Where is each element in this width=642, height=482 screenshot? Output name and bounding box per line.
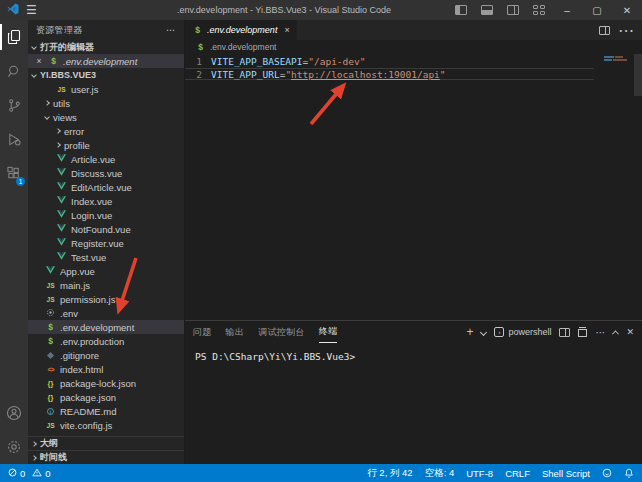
tree-folder-profile[interactable]: profile: [28, 138, 184, 152]
indentation-setting[interactable]: 空格: 4: [425, 467, 455, 480]
tree-folder-views[interactable]: views: [28, 110, 184, 124]
explorer-more-icon[interactable]: ⋯: [166, 25, 176, 35]
js-file-icon: JS: [56, 85, 67, 94]
toggle-secondary-sidebar-icon[interactable]: [500, 0, 526, 20]
tree-item-article-vue[interactable]: Article.vue: [28, 152, 184, 166]
line-number: 1: [185, 56, 211, 68]
vue-file-icon: [56, 210, 67, 220]
js-file-icon: JS: [45, 281, 56, 290]
powershell-icon: ›: [494, 327, 504, 337]
open-editor-item-env-development[interactable]: × $ .env.development: [28, 54, 184, 68]
panel-header: 问题输出调试控制台终端 + › powershell ⋯ ✕: [185, 321, 642, 343]
terminal-shell-select[interactable]: › powershell: [494, 327, 551, 337]
html-file-icon: <>: [45, 365, 56, 374]
tree-item-user-js[interactable]: JSuser.js: [28, 82, 184, 96]
shell-file-icon: $: [192, 26, 203, 35]
tree-item-package-json[interactable]: {}package.json: [28, 390, 184, 404]
notifications-bell-icon[interactable]: [624, 468, 634, 478]
tree-item-vite-config-js[interactable]: JSvite.config.js: [28, 418, 184, 432]
tree-item--env[interactable]: .env: [28, 306, 184, 320]
timeline-section-header[interactable]: 时间线: [28, 450, 184, 464]
tree-folder-error[interactable]: error: [28, 124, 184, 138]
vue-file-icon: [56, 224, 67, 234]
vscode-logo-icon: [7, 3, 19, 17]
tree-item--gitignore[interactable]: .gitignore: [28, 348, 184, 362]
settings-gear-icon[interactable]: [0, 430, 28, 464]
minimize-button[interactable]: –: [552, 0, 582, 20]
tree-item-index-html[interactable]: <>index.html: [28, 362, 184, 376]
cursor-position[interactable]: 行 2, 列 42: [367, 467, 412, 480]
readme-info-icon: i: [45, 407, 56, 416]
eol-setting[interactable]: CRLF: [505, 468, 530, 479]
toggle-panel-icon[interactable]: [474, 0, 500, 20]
account-icon[interactable]: [0, 396, 28, 430]
tree-item-test-vue[interactable]: Test.vue: [28, 250, 184, 264]
code-line-2: 2VITE_APP_URL="http://localhost:19001/ap…: [185, 68, 594, 80]
language-mode[interactable]: Shell Script: [542, 468, 590, 479]
shell-file-icon: $: [45, 323, 56, 332]
tree-item-index-vue[interactable]: Index.vue: [28, 194, 184, 208]
run-debug-icon[interactable]: [0, 122, 28, 156]
tab-bar: $ .env.development × ⋯: [185, 20, 642, 40]
code-editor[interactable]: 1VITE_APP_BASEAPI="/api-dev"2VITE_APP_UR…: [185, 54, 642, 320]
customize-layout-icon[interactable]: [526, 0, 552, 20]
explorer-icon[interactable]: [0, 20, 28, 54]
panel-tab-item[interactable]: 输出: [226, 321, 245, 343]
vue-file-icon: [56, 196, 67, 206]
js-file-icon: JS: [45, 421, 56, 430]
close-panel-icon[interactable]: ✕: [626, 327, 634, 337]
source-control-icon[interactable]: [0, 88, 28, 122]
editor-scrollbar[interactable]: [634, 54, 642, 96]
kill-terminal-icon[interactable]: [578, 327, 587, 337]
chevron-down-icon: [31, 44, 37, 50]
minimap[interactable]: [604, 56, 632, 62]
terminal-dropdown-icon[interactable]: [480, 328, 487, 335]
tab-env-development[interactable]: $ .env.development ×: [185, 20, 298, 40]
vscode-window: ☰ .env.development - Yi.BBS.Vue3 - Visua…: [0, 0, 642, 482]
panel-tab-terminal-active[interactable]: 终端: [319, 321, 338, 343]
panel-tab-item[interactable]: 调试控制台: [258, 321, 305, 343]
tree-item-discuss-vue[interactable]: Discuss.vue: [28, 166, 184, 180]
vue-file-icon: [56, 182, 67, 192]
tree-item-permission-js[interactable]: JSpermission.js: [28, 292, 184, 306]
tree-item-editarticle-vue[interactable]: EditArticle.vue: [28, 180, 184, 194]
tree-item--env-development[interactable]: $.env.development: [28, 320, 184, 334]
toggle-primary-sidebar-icon[interactable]: [448, 0, 474, 20]
tree-item-package-lock-json[interactable]: {}package-lock.json: [28, 376, 184, 390]
shell-file-icon: $: [45, 337, 56, 346]
tree-item-login-vue[interactable]: Login.vue: [28, 208, 184, 222]
tree-item-notfound-vue[interactable]: NotFound.vue: [28, 222, 184, 236]
split-terminal-icon[interactable]: [559, 328, 570, 337]
encoding-setting[interactable]: UTF-8: [466, 468, 493, 479]
extensions-icon[interactable]: 1: [0, 156, 28, 190]
tree-item--env-production[interactable]: $.env.production: [28, 334, 184, 348]
panel-more-icon[interactable]: ⋯: [595, 327, 605, 338]
feedback-icon[interactable]: [602, 468, 612, 478]
outline-section-header[interactable]: 大纲: [28, 436, 184, 450]
tree-item-app-vue[interactable]: App.vue: [28, 264, 184, 278]
open-editors-header[interactable]: 打开的编辑器: [28, 40, 184, 54]
tree-item-readme-md[interactable]: iREADME.md: [28, 404, 184, 418]
editor-more-icon[interactable]: ⋯: [618, 21, 634, 40]
tree-item-register-vue[interactable]: Register.vue: [28, 236, 184, 250]
menu-icon[interactable]: ☰: [26, 3, 37, 17]
editor-group: $ .env.development × ⋯ $ .env.developmen…: [185, 20, 642, 464]
split-editor-icon[interactable]: [599, 26, 610, 35]
project-root-header[interactable]: YI.BBS.VUE3: [28, 68, 184, 82]
line-number: 2: [185, 69, 211, 79]
maximize-panel-icon[interactable]: [612, 330, 619, 337]
new-terminal-icon[interactable]: +: [466, 325, 473, 339]
activity-bar: 1: [0, 20, 28, 464]
tree-folder-utils[interactable]: utils: [28, 96, 184, 110]
tree-item-main-js[interactable]: JSmain.js: [28, 278, 184, 292]
close-icon[interactable]: ×: [34, 56, 44, 66]
terminal-output[interactable]: PS D:\CSharp\Yi\Yi.BBS.Vue3>: [185, 343, 642, 464]
close-button[interactable]: ✕: [612, 0, 642, 20]
search-icon[interactable]: [0, 54, 28, 88]
chevron-right-icon: [31, 455, 37, 461]
problems-status[interactable]: 0 0: [8, 468, 51, 479]
panel-tab-item[interactable]: 问题: [193, 321, 212, 343]
breadcrumb[interactable]: $ .env.development: [185, 40, 642, 54]
tab-close-icon[interactable]: ×: [284, 25, 289, 35]
maximize-button[interactable]: ▢: [582, 0, 612, 20]
